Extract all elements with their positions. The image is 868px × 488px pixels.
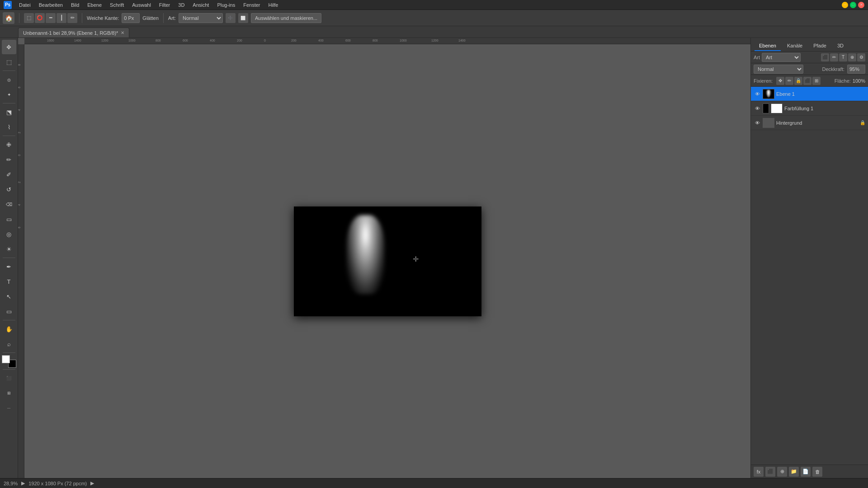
tab-3d[interactable]: 3D (833, 41, 848, 51)
art-select[interactable]: Normal Hinzufügen Subtrahieren Schnittme… (179, 13, 223, 23)
layer-new-btn[interactable]: 📄 (801, 467, 811, 477)
layer-fx-btn[interactable]: fx (754, 467, 764, 477)
screen-mode-btn[interactable]: ⊞ (2, 386, 16, 400)
menu-bar: Ps Datei Bearbeiten Bild Ebene Schrift A… (0, 0, 868, 10)
art-type-select[interactable]: Art Pixel Anpassung (762, 53, 801, 62)
eraser-btn[interactable]: ⌫ (2, 197, 16, 211)
dodge-btn[interactable]: ☀ (2, 242, 16, 256)
elipse-select-btn[interactable]: ⭕ (35, 13, 45, 23)
path-select-btn[interactable]: ↖ (2, 289, 16, 304)
lock-all-btn[interactable]: 🔒 (794, 77, 802, 85)
art-icon-5[interactable]: ⚙ (857, 53, 865, 61)
menu-bearbeiten[interactable]: Bearbeiten (35, 1, 66, 9)
shape-btn[interactable]: ▭ (2, 304, 16, 319)
panel-tabs: Ebenen Kanäle Pfade 3D (751, 38, 868, 52)
close-button[interactable]: ✕ (858, 2, 864, 8)
maximize-button[interactable]: □ (850, 2, 856, 8)
options-bar: 🏠 ⬚ ⭕ ━ ┃ ✏ Weiche Kante: Glätten Art: N… (0, 10, 868, 26)
blend-mode-select[interactable]: Normal Auflösen Abdunkeln Multiplizieren (754, 65, 803, 74)
select-add-btn[interactable]: ➕ (226, 13, 236, 23)
layer-delete-btn[interactable]: 🗑 (812, 467, 822, 477)
menu-hilfe[interactable]: Hilfe (264, 1, 282, 9)
tab-document[interactable]: Unbenannt-1 bei 28,9% (Ebene 1, RGB/8)* … (18, 28, 129, 38)
fill-row: Fixieren: ✥ ✏ 🔒 ⬛ ⊞ Fläche: 100% (751, 75, 868, 87)
quick-select-btn[interactable]: ✦ (2, 87, 16, 102)
zoom-btn[interactable]: ⌕ (2, 337, 16, 351)
brush-select-btn[interactable]: ✏ (67, 13, 77, 23)
rect-select-btn[interactable]: ⬚ (24, 13, 34, 23)
art-icon-3[interactable]: T (839, 53, 847, 61)
layer-item-hintergrund[interactable]: 👁 Hintergrund 🔒 (751, 116, 868, 130)
quick-mask-btn[interactable]: ⬛ (2, 371, 16, 385)
lock-artboard-btn[interactable]: ⬛ (803, 77, 811, 85)
tab-pfade[interactable]: Pfade (809, 41, 831, 51)
lasso-btn[interactable]: ⌾ (2, 72, 16, 87)
text-btn[interactable]: T (2, 274, 16, 289)
weiche-kante-input[interactable] (122, 13, 140, 23)
app-icon: Ps (4, 1, 12, 9)
art-label: Art (754, 55, 760, 60)
tab-close-btn[interactable]: ✕ (121, 30, 124, 35)
menu-3d[interactable]: 3D (175, 1, 188, 9)
layer-adjustment-btn[interactable]: ⊕ (777, 467, 787, 477)
crosshair-cursor: ✛ (413, 255, 419, 263)
crop-btn[interactable]: ⬔ (2, 105, 16, 119)
layer-group-btn[interactable]: 📁 (789, 467, 799, 477)
art-icon-4[interactable]: ⊕ (848, 53, 856, 61)
layer-lock-hintergrund: 🔒 (860, 120, 865, 125)
spot-heal-btn[interactable]: ✙ (2, 137, 16, 152)
menu-ansicht[interactable]: Ansicht (189, 1, 212, 9)
hand-btn[interactable]: ✋ (2, 322, 16, 336)
blur-btn[interactable]: ◎ (2, 227, 16, 241)
art-icon-2[interactable]: ✏ (830, 53, 838, 61)
layer-item-ebene1[interactable]: 👁 Ebene 1 (751, 87, 868, 101)
selection-marquee-btn[interactable]: ⬚ (2, 55, 16, 69)
move-tool-btn[interactable]: ✥ (2, 40, 16, 54)
tab-ebenen[interactable]: Ebenen (755, 41, 781, 51)
row-select-btn[interactable]: ━ (46, 13, 56, 23)
menu-datei[interactable]: Datei (15, 1, 34, 9)
extra-tools-btn[interactable]: ··· (2, 401, 16, 415)
layer-visibility-hintergrund[interactable]: 👁 (754, 119, 761, 127)
lock-position-btn[interactable]: ✥ (776, 77, 784, 85)
art-icon-1[interactable]: ⬛ (821, 53, 829, 61)
blend-mode-row: Normal Auflösen Abdunkeln Multiplizieren… (751, 63, 868, 75)
brush-btn[interactable]: ✏ (2, 152, 16, 167)
col-select-btn[interactable]: ┃ (57, 13, 66, 23)
canvas-container: ✛ (24, 44, 750, 478)
fixieren-label: Fixieren: (754, 78, 773, 84)
minimize-button[interactable]: ─ (842, 2, 848, 8)
panel-footer: fx ⬛ ⊕ 📁 📄 🗑 (751, 465, 868, 478)
layer-mask-btn[interactable]: ⬛ (765, 467, 775, 477)
ruler-left: 8 6 4 2 0 2 4 6 (18, 44, 24, 478)
photoshop-canvas: ✛ (294, 206, 481, 316)
eyedropper-btn[interactable]: ⌇ (2, 120, 16, 134)
menu-bild[interactable]: Bild (67, 1, 83, 9)
layer-name-farbfullung: Farbfüllung 1 (784, 106, 865, 111)
lock-image-btn[interactable]: ✏ (785, 77, 793, 85)
window-controls: ─ □ ✕ (842, 2, 864, 8)
menu-ebene[interactable]: Ebene (84, 1, 105, 9)
menu-filter[interactable]: Filter (156, 1, 174, 9)
foreground-color-swatch[interactable] (2, 355, 10, 363)
layer-visibility-ebene1[interactable]: 👁 (754, 90, 761, 98)
menu-auswahl[interactable]: Auswahl (128, 1, 155, 9)
menu-fenster[interactable]: Fenster (240, 1, 264, 9)
menu-schrift[interactable]: Schrift (106, 1, 127, 9)
select-mask-button[interactable]: Auswählen und maskieren... (251, 13, 321, 23)
pen-btn[interactable]: ✒ (2, 259, 16, 274)
layer-visibility-farbfullung[interactable]: 👁 (754, 105, 761, 112)
history-btn[interactable]: ↺ (2, 182, 16, 197)
lock-5-btn[interactable]: ⊞ (812, 77, 821, 85)
glow-figure (346, 215, 385, 294)
menu-plugins[interactable]: Plug-ins (213, 1, 239, 9)
home-button[interactable]: 🏠 (3, 12, 14, 24)
opacity-label: Deckkraft: (822, 66, 844, 72)
clone-btn[interactable]: ✐ (2, 167, 16, 182)
opacity-input[interactable] (847, 65, 865, 74)
tab-kanaele[interactable]: Kanäle (783, 41, 807, 51)
gradient-btn[interactable]: ▭ (2, 212, 16, 226)
select-minus-btn[interactable]: ⬜ (238, 13, 248, 23)
layer-thumb-farbfullung-white (771, 103, 783, 113)
layer-item-farbfullung[interactable]: 👁 Farbfüllung 1 (751, 101, 868, 116)
